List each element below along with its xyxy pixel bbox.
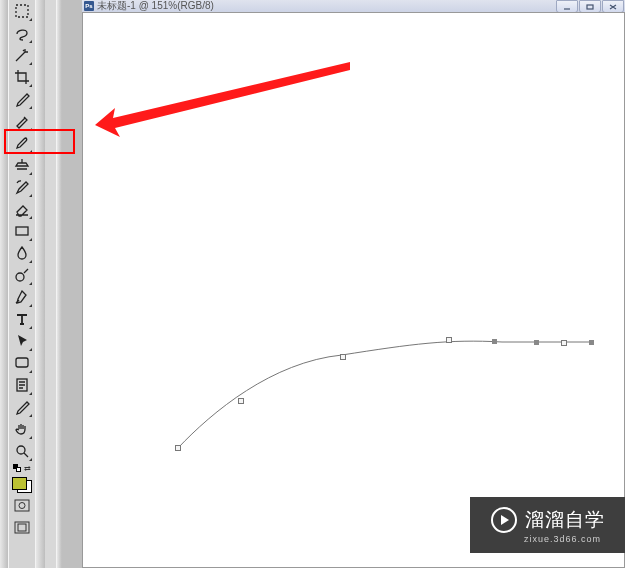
eyedropper-icon <box>13 90 31 108</box>
watermark-brand-text: 溜溜自学 <box>525 507 605 533</box>
type-icon <box>13 310 31 328</box>
clone-stamp-tool[interactable] <box>11 154 33 176</box>
eraser-icon <box>13 200 31 218</box>
app-doc-icon: Ps <box>84 1 94 11</box>
handle-point[interactable] <box>492 339 497 344</box>
svg-rect-0 <box>16 5 28 17</box>
dodge-icon <box>13 266 31 284</box>
screen-mode-toggle[interactable] <box>11 519 33 537</box>
quick-mask-icon <box>14 499 30 513</box>
zoom-tool[interactable] <box>11 440 33 462</box>
swap-colors-icon[interactable]: ⇄ <box>24 464 31 473</box>
zoom-icon <box>13 442 31 460</box>
shape-tool[interactable] <box>11 352 33 374</box>
notes-icon <box>13 376 31 394</box>
shape-icon <box>13 354 31 372</box>
handle-point[interactable] <box>589 340 594 345</box>
pen-tool[interactable] <box>11 286 33 308</box>
blur-tool[interactable] <box>11 242 33 264</box>
canvas-content <box>82 12 625 568</box>
svg-rect-10 <box>587 5 593 9</box>
crop-icon <box>13 68 31 86</box>
blur-icon <box>13 244 31 262</box>
history-brush-icon <box>13 178 31 196</box>
document-canvas[interactable] <box>82 12 625 568</box>
color-swatches[interactable] <box>11 475 33 493</box>
type-tool[interactable] <box>11 308 33 330</box>
quick-mask-toggle[interactable] <box>11 497 33 515</box>
watermark-badge: 溜溜自学 zixue.3d66.com <box>470 497 625 553</box>
history-brush-tool[interactable] <box>11 176 33 198</box>
collapsed-panel-strip <box>45 0 56 568</box>
default-colors-icon[interactable] <box>13 464 21 472</box>
foreground-color-swatch[interactable] <box>12 477 27 490</box>
handle-point[interactable] <box>534 340 539 345</box>
healing-brush-icon <box>13 112 31 130</box>
lasso-icon <box>13 24 31 42</box>
lasso-tool[interactable] <box>11 22 33 44</box>
screen-mode-icon <box>14 521 30 535</box>
watermark-sub-text: zixue.3d66.com <box>524 534 601 544</box>
play-icon <box>491 507 517 533</box>
svg-rect-6 <box>15 500 29 511</box>
marquee-tool[interactable] <box>11 0 33 22</box>
anchor-point[interactable] <box>446 337 452 343</box>
pen-icon <box>13 288 31 306</box>
anchor-point[interactable] <box>175 445 181 451</box>
maximize-icon <box>586 4 594 10</box>
tools-panel: ⇄ <box>8 0 36 568</box>
svg-rect-9 <box>18 524 26 531</box>
magic-wand-tool[interactable] <box>11 44 33 66</box>
close-icon <box>609 4 617 10</box>
clone-stamp-icon <box>13 156 31 174</box>
svg-point-5 <box>17 446 25 454</box>
marquee-icon <box>13 2 31 20</box>
annotation-highlight-box <box>4 129 75 154</box>
magic-wand-icon <box>13 46 31 64</box>
hand-icon <box>13 420 31 438</box>
gradient-icon <box>13 222 31 240</box>
eraser-tool[interactable] <box>11 198 33 220</box>
vector-path <box>82 12 625 568</box>
anchor-point[interactable] <box>238 398 244 404</box>
minimize-icon <box>563 4 571 10</box>
eyedropper-tool[interactable] <box>11 88 33 110</box>
svg-rect-3 <box>16 358 28 367</box>
svg-point-2 <box>16 273 24 281</box>
notes-tool[interactable] <box>11 374 33 396</box>
swap-default-colors: ⇄ <box>11 463 33 473</box>
svg-rect-1 <box>16 227 28 235</box>
crop-tool[interactable] <box>11 66 33 88</box>
svg-point-7 <box>19 503 25 509</box>
path-selection-tool[interactable] <box>11 330 33 352</box>
anchor-point[interactable] <box>561 340 567 346</box>
color-sampler-tool[interactable] <box>11 396 33 418</box>
color-sampler-icon <box>13 398 31 416</box>
path-selection-icon <box>13 332 31 350</box>
anchor-point[interactable] <box>340 354 346 360</box>
gradient-tool[interactable] <box>11 220 33 242</box>
dodge-tool[interactable] <box>11 264 33 286</box>
hand-tool[interactable] <box>11 418 33 440</box>
